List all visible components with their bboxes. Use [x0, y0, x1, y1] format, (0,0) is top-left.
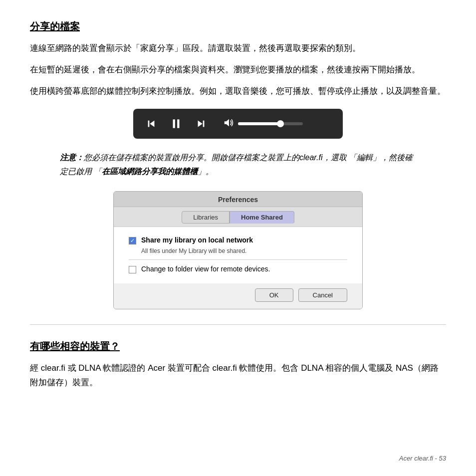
volume-knob [277, 120, 284, 127]
svg-rect-5 [203, 120, 205, 127]
svg-marker-0 [150, 120, 154, 127]
pause-button[interactable] [168, 116, 184, 132]
checkbox1-label: Share my library on local network [141, 236, 253, 244]
checkbox1-row: ✓ Share my library on local network [129, 236, 347, 244]
section2-para1: 經 clear.fi 或 DLNA 軟體認證的 Acer 裝置可配合 clear… [30, 361, 446, 390]
section2-title: 有哪些相容的裝置？ [30, 340, 120, 353]
cancel-button[interactable]: Cancel [298, 288, 347, 302]
volume-icon [223, 117, 234, 130]
prefs-body: ✓ Share my library on local network All … [114, 227, 362, 283]
svg-marker-4 [198, 120, 203, 127]
prefs-buttons: OK Cancel [114, 283, 362, 309]
checkbox1[interactable]: ✓ [129, 237, 136, 244]
checkbox1-check: ✓ [130, 238, 135, 243]
media-bar-container [30, 109, 446, 139]
para3: 使用橫跨螢幕底部的媒體控制列來控制播放。例如，選取音樂後，您可播放、暫停或停止播… [30, 84, 446, 99]
prev-button[interactable] [143, 116, 159, 132]
preferences-dialog: Preferences Libraries Home Shared ✓ Shar… [113, 191, 363, 309]
prefs-tabs: Libraries Home Shared [114, 207, 362, 227]
separator [30, 324, 446, 325]
note-clearfi: clear.fi [299, 153, 323, 162]
note-suffix: 」。 [198, 167, 214, 176]
tab-libraries[interactable]: Libraries [182, 211, 230, 224]
svg-rect-3 [177, 119, 179, 128]
volume-fill [238, 122, 280, 125]
prefs-title-bar: Preferences [114, 192, 362, 207]
volume-bar[interactable] [238, 122, 303, 125]
footer: Acer clear.fi - 53 [399, 455, 446, 462]
svg-rect-2 [173, 119, 175, 128]
ok-button[interactable]: OK [255, 288, 293, 302]
svg-marker-6 [225, 119, 229, 126]
prefs-divider [129, 259, 347, 260]
para2: 在短暫的延遲後，會在右側顯示分享的檔案與資料夾。瀏覽到您要播放的檔案，然後連按兩… [30, 63, 446, 77]
checkbox2[interactable] [129, 266, 136, 273]
tab-home-shared[interactable]: Home Shared [230, 211, 294, 224]
checkbox1-sublabel: All files under My Library will be share… [141, 247, 347, 254]
preferences-container: Preferences Libraries Home Shared ✓ Shar… [30, 191, 446, 309]
checkbox2-label: Change to folder view for remote devices… [141, 265, 270, 273]
section1-title: 分享的檔案 [30, 20, 80, 33]
svg-rect-1 [148, 120, 150, 127]
note-block: 注意：您必須在儲存檔案的裝置啟用分享。開啟儲存檔案之裝置上的clear.fi，選… [60, 151, 416, 180]
note-prefix: 注意： [60, 153, 84, 162]
media-bar [133, 109, 343, 139]
next-button[interactable] [193, 116, 209, 132]
checkbox2-row: Change to folder view for remote devices… [129, 265, 347, 273]
para1: 連線至網路的裝置會顯示於「家庭分享」區段。請選取裝置，然後再選取要探索的類別。 [30, 41, 446, 56]
note-text1: 您必須在儲存檔案的裝置啟用分享。開啟儲存檔案之裝置上的 [84, 153, 299, 162]
volume-section [223, 117, 303, 130]
note-bold-text: 在區域網路分享我的媒體櫃 [102, 167, 198, 176]
